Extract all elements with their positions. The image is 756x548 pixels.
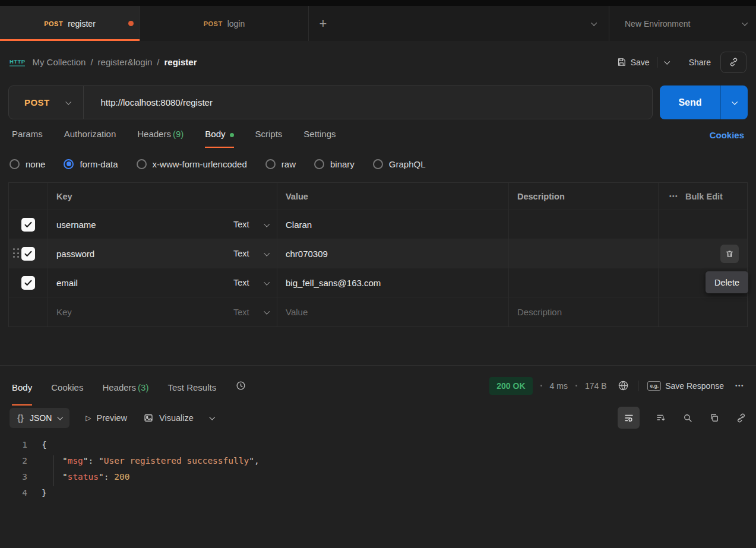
body-populated-dot [230,133,234,137]
tab-scripts[interactable]: Scripts [255,129,283,148]
sort-lines-icon [656,413,666,423]
breadcrumb-request-name: register [165,57,197,67]
row-checkbox-checked[interactable] [21,247,35,261]
format-label: JSON [30,413,52,423]
wrap-text-button[interactable] [618,407,640,429]
tab-title: login [227,19,245,28]
response-tab-test-results[interactable]: Test Results [167,366,216,406]
divider [657,57,657,68]
send-button[interactable]: Send [660,85,720,119]
response-body-viewer[interactable]: 1 { 2 "msg": "User registered successful… [0,432,756,501]
search-button[interactable] [682,413,693,423]
body-mode-form-data[interactable]: form-data [64,159,118,169]
share-button[interactable]: Share [689,58,711,67]
value-input[interactable]: Claran [277,210,509,239]
body-mode-binary[interactable]: binary [314,159,355,169]
format-selector[interactable]: {} JSON [10,408,69,428]
tab-method-badge: POST [44,20,63,27]
dot-separator [540,385,542,387]
description-input[interactable] [509,268,659,297]
tab-list-chevron[interactable] [578,6,609,41]
response-time[interactable]: 4 ms [550,381,568,391]
body-mode-raw[interactable]: raw [265,159,296,169]
save-response-button[interactable]: e.g. Save Response [647,381,724,391]
breadcrumb-collection[interactable]: My Collection [32,57,86,67]
delete-row-button[interactable] [720,245,739,263]
response-tab-headers[interactable]: Headers(3) [102,366,148,406]
response-size[interactable]: 174 B [585,381,607,391]
image-icon [143,413,154,423]
type-selector[interactable]: Text [224,210,277,239]
tab-params[interactable]: Params [12,129,43,148]
sort-filter-button[interactable] [656,413,666,423]
body-mode-x-www-form-urlencoded[interactable]: x-www-form-urlencoded [137,159,247,169]
chevron-down-icon [58,414,64,420]
key-input[interactable]: password [48,239,224,268]
tab-headers[interactable]: Headers(9) [137,129,184,148]
row-checkbox-checked[interactable] [21,218,35,232]
response-tab-body[interactable]: Body [12,366,32,406]
new-tab-button[interactable]: + [309,6,337,41]
radio-icon [373,159,383,169]
type-label: Text [233,249,249,258]
response-tab-cookies[interactable]: Cookies [51,366,83,406]
environment-selector[interactable]: New Environment [609,6,756,41]
line-number: 4 [0,485,42,501]
tab-register[interactable]: POST register [0,6,140,41]
tab-label: Scripts [255,129,283,139]
link-button[interactable] [736,413,746,423]
row-checkbox-cell [9,297,48,327]
method-selector[interactable]: POST [9,86,83,119]
radio-icon [10,159,20,169]
code-line: 3 "status": 200 [0,469,756,485]
save-button[interactable]: Save [616,57,650,67]
tab-body[interactable]: Body [205,129,233,148]
value-input[interactable]: big_fell_sans@163.com [277,268,509,297]
copy-link-button[interactable] [720,52,746,73]
type-label: Text [233,220,249,229]
body-mode-graphql[interactable]: GraphQL [373,159,426,169]
globe-icon [618,380,629,391]
tab-settings[interactable]: Settings [303,129,336,148]
value-input[interactable]: chr070309 [277,239,509,268]
key-input-placeholder[interactable]: Key [48,297,224,327]
type-selector[interactable]: Text [224,297,277,327]
response-history-button[interactable] [235,380,246,391]
bulk-edit-button[interactable]: ••• Bulk Edit [669,192,723,201]
send-button-group: Send [660,85,748,119]
key-input[interactable]: email [48,268,224,297]
tab-login[interactable]: POST login [140,6,309,41]
tab-method-badge: POST [204,20,223,27]
request-url-row: POST http://localhost:8080/register Send [0,83,756,119]
value-input-placeholder[interactable]: Value [277,297,509,327]
save-options-chevron[interactable] [664,59,670,65]
status-badge[interactable]: 200 OK [489,377,532,395]
visualize-button[interactable]: Visualize [143,413,194,423]
row-checkbox-checked[interactable] [21,276,35,290]
copy-button[interactable] [709,413,720,423]
body-mode-row: none form-data x-www-form-urlencoded raw… [0,148,756,180]
tab-authorization[interactable]: Authorization [64,129,116,148]
indent-guide [53,455,54,486]
url-bar: POST http://localhost:8080/register [8,85,653,119]
cookies-link[interactable]: Cookies [710,130,744,148]
network-globe-button[interactable] [618,380,629,391]
description-input[interactable] [509,239,659,268]
breadcrumb-folder[interactable]: register&login [98,57,153,67]
preview-button[interactable]: ▷ Preview [86,413,127,423]
send-options-chevron[interactable] [720,85,748,119]
description-input-placeholder[interactable]: Description [509,297,659,327]
url-input[interactable]: http://localhost:8080/register [83,86,652,119]
description-input[interactable] [509,210,659,239]
trash-icon [725,249,734,258]
key-input[interactable]: username [48,210,224,239]
type-selector[interactable]: Text [224,268,277,297]
line-number: 3 [0,469,42,485]
drag-handle-icon[interactable] [13,248,19,258]
response-more-button[interactable]: ••• [735,382,744,389]
body-mode-none[interactable]: none [10,159,45,169]
link-icon [736,413,746,423]
check-icon [24,278,33,287]
type-selector[interactable]: Text [224,239,277,268]
visualize-options-chevron[interactable] [209,414,215,420]
